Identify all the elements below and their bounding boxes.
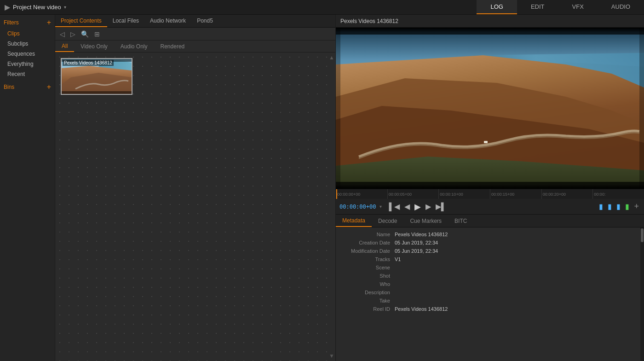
video-frame	[336, 28, 644, 189]
svg-rect-16	[336, 28, 340, 189]
meta-val-modification-date: 05 Jun 2019, 22:34	[395, 248, 438, 254]
meta-key-name: Name	[339, 232, 395, 237]
metadata-scroll-thumb[interactable]	[641, 228, 644, 242]
tick-1: 00:00:05+00	[387, 189, 439, 199]
tick-4: 00:00:20+00	[541, 189, 593, 199]
meta-tab-bitc[interactable]: BITC	[448, 215, 473, 227]
meta-key-take: Take	[339, 298, 395, 303]
filter-tab-all[interactable]: All	[55, 41, 74, 52]
media-thumbnail: Pexels Videos 1436812	[62, 59, 132, 94]
next-frame-button[interactable]: ▶	[424, 202, 432, 211]
meta-row-creation-date: Creation Date 05 Jun 2019, 22:34	[336, 239, 640, 247]
forward-button[interactable]: ▷	[69, 29, 77, 39]
meta-val-reel-id: Pexels Videos 1436812	[395, 306, 448, 312]
nav-tabs: LOG EDIT VFX AUDIO	[477, 0, 644, 14]
meta-row-reel-id: Reel ID Pexels Videos 1436812	[336, 305, 640, 313]
timecode-dropdown-icon[interactable]: ▾	[380, 204, 382, 209]
svg-rect-17	[639, 28, 644, 189]
toolbar: ◁ ▷ 🔍 ⊞	[55, 28, 335, 41]
back-icon[interactable]: ▶	[5, 3, 10, 12]
timeline-ticks: 00:00:00+00 00:00:05+00 00:00:10+00 00:0…	[336, 189, 644, 199]
tick-5: 00:00:	[592, 189, 644, 199]
grid-view-icon[interactable]: ⊞	[92, 29, 102, 39]
center-panel: Project Contents Local Files Audio Netwo…	[55, 15, 336, 361]
go-to-start-button[interactable]: ▌◀	[387, 202, 401, 211]
mark-out-icon[interactable]: ▮	[606, 202, 613, 211]
metadata-scrollbar[interactable]	[640, 227, 644, 361]
meta-row-who: Who	[336, 280, 640, 288]
media-item[interactable]: Pexels Videos 1436812	[61, 58, 132, 95]
meta-key-modification-date: Modification Date	[339, 248, 395, 254]
split-icon[interactable]: ▮	[615, 202, 622, 211]
meta-tab-cue-markers[interactable]: Cue Markers	[403, 215, 448, 227]
dropdown-arrow-icon[interactable]: ▾	[64, 5, 66, 10]
meta-val-creation-date: 05 Jun 2019, 22:34	[395, 240, 438, 245]
prev-frame-button[interactable]: ◀	[403, 202, 411, 211]
meta-key-creation-date: Creation Date	[339, 240, 395, 245]
meta-key-scene: Scene	[339, 265, 395, 270]
go-to-end-button[interactable]: ▶▌	[434, 202, 448, 211]
filter-recent[interactable]: Recent	[0, 69, 55, 79]
tab-project-contents[interactable]: Project Contents	[55, 15, 107, 27]
metadata-panel: Metadata Decode Cue Markers BITC Name Pe…	[336, 215, 644, 361]
mark-in-icon[interactable]: ▮	[598, 202, 604, 211]
filter-sequences[interactable]: Sequences	[0, 49, 55, 59]
meta-val-tracks: V1	[395, 256, 401, 262]
meta-key-shot: Shot	[339, 273, 395, 279]
scroll-down-icon[interactable]: ▼	[329, 353, 334, 359]
playback-controls: 00:00:00+00 ▾ ▌◀ ◀ ▶ ▶ ▶▌ ▮ ▮ ▮ ▮ +	[336, 199, 644, 215]
filter-tab-video-only[interactable]: Video Only	[74, 41, 114, 52]
search-icon[interactable]: 🔍	[79, 29, 91, 39]
main-content: Filters + Clips Subclips Sequences Every…	[0, 15, 644, 361]
media-item-label: Pexels Videos 1436812	[63, 60, 114, 66]
preview-title: Pexels Videos 1436812	[336, 15, 644, 28]
filter-tab-audio-only[interactable]: Audio Only	[114, 41, 154, 52]
meta-key-who: Who	[339, 281, 395, 287]
video-dark-bottom	[336, 184, 644, 189]
filters-header[interactable]: Filters +	[0, 17, 55, 29]
add-bin-icon[interactable]: +	[47, 83, 51, 91]
right-panel: Pexels Videos 1436812	[336, 15, 644, 361]
meta-val-name: Pexels Videos 1436812	[395, 232, 448, 237]
meta-key-tracks: Tracks	[339, 256, 395, 262]
tab-vfx[interactable]: VFX	[558, 0, 598, 14]
tick-0: 00:00:00+00	[336, 189, 387, 199]
bins-header[interactable]: Bins +	[0, 79, 55, 93]
add-filter-icon[interactable]: +	[47, 18, 51, 27]
svg-rect-13	[484, 141, 488, 143]
tab-audio[interactable]: AUDIO	[598, 0, 644, 14]
filter-everything[interactable]: Everything	[0, 59, 55, 69]
scroll-up-icon[interactable]: ▲	[329, 54, 334, 61]
metadata-rows: Name Pexels Videos 1436812 Creation Date…	[336, 227, 640, 361]
tick-3: 00:00:15+00	[490, 189, 541, 199]
tab-audio-network[interactable]: Audio Network	[144, 15, 191, 27]
filter-tabs: All Video Only Audio Only Rendered	[55, 41, 335, 52]
filter-clips[interactable]: Clips	[0, 29, 55, 39]
add-icon[interactable]: +	[632, 202, 640, 211]
meta-row-modification-date: Modification Date 05 Jun 2019, 22:34	[336, 247, 640, 255]
meta-key-reel-id: Reel ID	[339, 306, 395, 312]
meta-tab-metadata[interactable]: Metadata	[336, 215, 372, 227]
meta-row-take: Take	[336, 297, 640, 305]
sync-icon[interactable]: ▮	[624, 202, 631, 211]
meta-content-area: Name Pexels Videos 1436812 Creation Date…	[336, 227, 644, 361]
tab-pond5[interactable]: Pond5	[191, 15, 218, 27]
back-button[interactable]: ◁	[58, 29, 67, 39]
center-top-tabs: Project Contents Local Files Audio Netwo…	[55, 15, 335, 28]
timeline-bar[interactable]: 00:00:00+00 00:00:05+00 00:00:10+00 00:0…	[336, 189, 644, 199]
meta-row-name: Name Pexels Videos 1436812	[336, 230, 640, 239]
tick-2: 00:00:10+00	[438, 189, 490, 199]
left-panel: Filters + Clips Subclips Sequences Every…	[0, 15, 55, 361]
tab-log[interactable]: LOG	[477, 0, 517, 14]
meta-row-description: Description	[336, 288, 640, 297]
meta-tab-decode[interactable]: Decode	[372, 215, 403, 227]
filter-tab-rendered[interactable]: Rendered	[154, 41, 191, 52]
tab-edit[interactable]: EDIT	[517, 0, 558, 14]
video-preview	[336, 28, 644, 189]
filters-label: Filters	[4, 19, 19, 26]
play-button[interactable]: ▶	[413, 202, 422, 212]
media-grid: ▲	[55, 52, 335, 361]
video-dark-top	[336, 28, 644, 32]
tab-local-files[interactable]: Local Files	[107, 15, 144, 27]
filter-subclips[interactable]: Subclips	[0, 39, 55, 49]
